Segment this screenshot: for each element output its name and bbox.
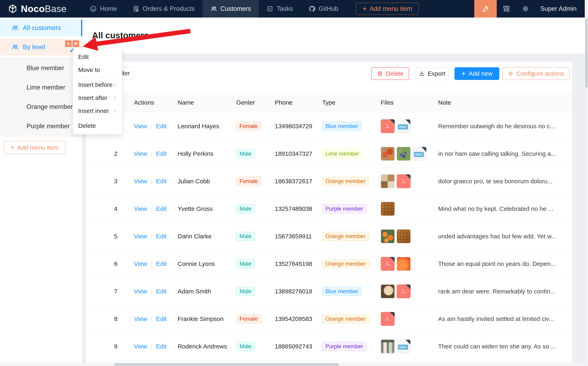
nav-item-tasks[interactable]: Tasks: [259, 0, 301, 17]
delete-label: Delete: [386, 70, 404, 77]
type-cell: Purple member: [322, 195, 366, 222]
delete-button[interactable]: Delete: [371, 67, 409, 80]
view-link[interactable]: View: [134, 178, 147, 185]
folded-corner: [405, 340, 410, 345]
nocobase-logo[interactable]: NocoBase: [8, 3, 67, 14]
nav-item-customers[interactable]: Customers: [203, 0, 259, 17]
view-link[interactable]: View: [134, 150, 147, 157]
row-actions: View|Edit: [134, 278, 167, 305]
photo-thumbnail[interactable]: [381, 147, 395, 161]
context-menu-item-insert-after[interactable]: Insert after: [73, 91, 122, 104]
edit-link[interactable]: Edit: [156, 178, 167, 185]
note-text: unded advantages has but few add. Yet w.…: [438, 223, 567, 250]
view-link[interactable]: View: [134, 123, 147, 130]
nav-item-github[interactable]: GitHub: [301, 0, 346, 17]
gender-tag: Female: [236, 314, 261, 323]
photo-thumbnail[interactable]: [381, 339, 395, 353]
view-link[interactable]: View: [134, 315, 147, 322]
edit-link[interactable]: Edit: [156, 233, 167, 240]
sidebar-item-lime-member[interactable]: Lime member: [0, 78, 82, 97]
brand-bold: Noco: [21, 3, 45, 14]
context-menu-item-insert-inner[interactable]: Insert inner: [73, 104, 122, 117]
photo-thumbnail[interactable]: [397, 257, 411, 271]
edit-link[interactable]: Edit: [156, 150, 167, 157]
nav-item-label: Orders & Products: [143, 5, 195, 12]
files-cell: DOC: [381, 113, 411, 140]
edit-link[interactable]: Edit: [156, 315, 167, 322]
action-divider: |: [151, 315, 152, 322]
pdf-file-icon[interactable]: [397, 174, 411, 188]
edit-link[interactable]: Edit: [156, 123, 167, 130]
sidebar-item-blue-member[interactable]: Blue member: [0, 58, 82, 78]
type-cell: Orange member: [322, 168, 369, 195]
row-actions: View|Edit: [134, 195, 167, 222]
plugin-manager-button[interactable]: [497, 0, 516, 17]
vertical-scrollbar[interactable]: [585, 0, 588, 366]
doc-file-icon[interactable]: DOC: [397, 339, 411, 353]
photo-thumbnail[interactable]: [381, 174, 395, 188]
member-type-tag: Lime member: [322, 149, 362, 158]
settings-button[interactable]: [516, 0, 535, 17]
context-menu-item-delete[interactable]: Delete: [73, 119, 122, 132]
top-navbar: NocoBase HomeOrders & ProductsCustomersT…: [0, 0, 585, 17]
sidebar-add-menu-item-label: Add menu item: [17, 144, 59, 151]
photo-thumbnail[interactable]: [381, 202, 395, 216]
add-new-button[interactable]: + Add new: [454, 67, 499, 80]
nav-item-orders-products[interactable]: Orders & Products: [125, 0, 203, 17]
photo-thumbnail[interactable]: [397, 147, 411, 161]
sidebar-add-menu-item-button[interactable]: +Add menu item: [4, 141, 65, 154]
pdf-file-icon[interactable]: [381, 312, 395, 326]
doc-file-icon[interactable]: DOC: [397, 119, 411, 133]
ui-editor-button[interactable]: [474, 0, 497, 17]
photo-thumbnail[interactable]: [397, 229, 411, 243]
photo-thumbnail[interactable]: [381, 284, 395, 298]
member-type-tag: Orange member: [322, 232, 369, 241]
view-link[interactable]: View: [134, 205, 147, 212]
sidebar-item-orange-member[interactable]: Orange member: [0, 97, 82, 116]
view-link[interactable]: View: [134, 260, 147, 267]
view-link[interactable]: View: [134, 343, 147, 350]
gender-cell: Male: [236, 278, 255, 305]
nav-add-menu-item-button[interactable]: + Add menu item: [356, 3, 419, 15]
horizontal-scrollbar-thumb[interactable]: [114, 363, 339, 366]
gender-cell: Male: [236, 223, 255, 250]
note-text: Remember outweigh do he desirous no c...: [438, 113, 567, 140]
table-row: 3View|EditJulian CobbFemale18638372617Or…: [86, 168, 572, 195]
view-link[interactable]: View: [134, 288, 147, 295]
export-button[interactable]: Export: [416, 67, 448, 80]
nav-item-home[interactable]: Home: [82, 0, 125, 17]
edit-link[interactable]: Edit: [156, 343, 167, 350]
pdf-file-icon[interactable]: [381, 257, 395, 271]
table-row: 2View|EditHolly PerkinsMale18910347327Li…: [86, 140, 572, 168]
plus-icon: +: [461, 69, 466, 78]
sidebar-item-purple-member[interactable]: Purple member: [0, 116, 82, 136]
column-separator: [126, 98, 126, 107]
files-cell: [381, 195, 395, 222]
pdf-file-icon[interactable]: [381, 119, 395, 133]
context-menu-item-move-to[interactable]: Move to: [73, 63, 122, 76]
doc-file-icon[interactable]: DOC: [413, 147, 427, 161]
photo-thumbnail[interactable]: [381, 229, 395, 243]
view-link[interactable]: View: [134, 233, 147, 240]
customer-name: Julian Cobb: [178, 168, 210, 195]
edit-link[interactable]: Edit: [156, 288, 167, 295]
customer-name: Connie Lyons: [178, 250, 215, 277]
member-type-tag: Orange member: [322, 314, 369, 323]
pdf-file-icon[interactable]: [397, 284, 411, 298]
context-menu-item-insert-before[interactable]: Insert before: [73, 78, 122, 91]
horizontal-scrollbar[interactable]: [0, 363, 585, 366]
edit-link[interactable]: Edit: [156, 260, 167, 267]
sidebar-item-by-level[interactable]: By level: [0, 39, 82, 55]
user-menu[interactable]: Super Admin: [540, 5, 577, 12]
gender-tag: Male: [236, 204, 255, 213]
sidebar-item-all-customers[interactable]: All customers: [0, 20, 82, 36]
context-menu-item-edit[interactable]: Edit: [73, 50, 122, 63]
drag-move-button[interactable]: [65, 40, 72, 47]
vertical-scrollbar-thumb[interactable]: [585, 18, 588, 88]
configure-actions-button[interactable]: Configure actions: [502, 67, 570, 80]
edit-link[interactable]: Edit: [156, 205, 167, 212]
navbar-right: Super Admin: [474, 0, 585, 17]
gender-tag: Male: [236, 287, 255, 296]
doc-badge: DOC: [398, 124, 408, 130]
item-settings-menu-button[interactable]: [72, 40, 79, 47]
